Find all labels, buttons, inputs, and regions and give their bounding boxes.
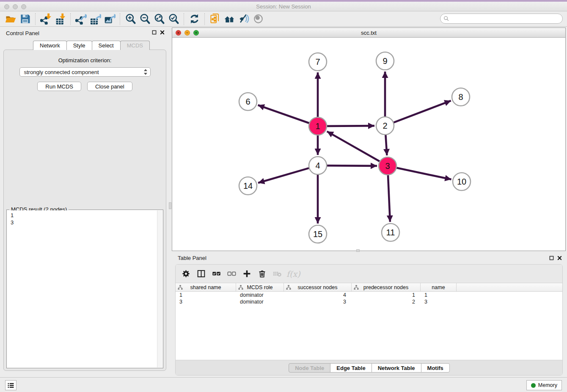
zoom-fit-button[interactable] (152, 13, 166, 25)
table-tabs: Node TableEdge TableNetwork TableMotifs (176, 360, 562, 375)
tab-motifs[interactable]: Motifs (421, 363, 450, 373)
zoom-out-button[interactable] (138, 13, 152, 25)
network-window-titlebar[interactable]: scc.txt (172, 28, 565, 38)
memory-button[interactable]: Memory (526, 380, 562, 390)
search-field[interactable] (440, 14, 563, 24)
tab-style[interactable]: Style (66, 41, 92, 50)
column-header-MCDS-role[interactable]: MCDS role (236, 283, 284, 291)
cell-MCDS-role[interactable]: dominator (236, 299, 284, 305)
cell-predecessor-nodes[interactable]: 2 (352, 299, 421, 305)
eye-button[interactable] (251, 13, 265, 25)
add-column-icon (242, 269, 251, 278)
close-panel-icon[interactable] (160, 30, 165, 35)
network-window-title: scc.txt (172, 30, 565, 36)
delete-column-button[interactable] (256, 268, 268, 280)
splitter-grip[interactable] (169, 202, 171, 209)
network-canvas[interactable]: 7968124314101511 (172, 38, 565, 251)
graph-edge-2-8[interactable] (394, 101, 451, 123)
zoom-selected-icon (168, 13, 179, 25)
graph-edge-4-14[interactable] (258, 168, 309, 183)
cell-name[interactable]: 3 (421, 299, 457, 305)
close-panel-button[interactable]: Close panel (87, 82, 132, 91)
export-table-button[interactable] (88, 13, 102, 25)
import-network-button[interactable] (39, 13, 53, 25)
graph-edge-1-6[interactable] (258, 105, 310, 123)
cell-name[interactable]: 1 (421, 292, 457, 298)
graph-edge-2-3[interactable] (385, 135, 387, 155)
horizontal-splitter-grip[interactable] (356, 249, 360, 252)
graph-edge-1-2[interactable] (327, 126, 374, 126)
column-header-successor-nodes[interactable]: successor nodes (284, 283, 352, 291)
zoom-fit-icon (154, 13, 165, 25)
tab-select[interactable]: Select (92, 41, 121, 50)
graph-edge-4-3[interactable] (327, 166, 377, 166)
close-table-panel-icon[interactable] (557, 256, 562, 260)
optimization-criterion-dropdown[interactable]: strongly connected component (19, 67, 151, 77)
tab-node-table[interactable]: Node Table (289, 363, 330, 373)
cell-shared-name[interactable]: 3 (176, 299, 236, 305)
table-row[interactable]: 1dominator411 (176, 292, 562, 298)
eye-icon (253, 13, 264, 25)
clone-network-button[interactable] (208, 13, 222, 25)
zoom-in-button[interactable] (123, 13, 138, 25)
dropdown-stepper-icon (143, 69, 148, 75)
task-history-button[interactable] (5, 380, 17, 390)
save-icon (19, 13, 31, 25)
select-all-button[interactable] (210, 268, 222, 280)
deselect-all-button[interactable] (226, 268, 237, 280)
hierarchy-icon (354, 285, 359, 290)
toolbar-separator (204, 13, 205, 25)
cell-predecessor-nodes[interactable]: 1 (352, 292, 421, 298)
columns-button[interactable] (195, 268, 207, 280)
function-builder-button: f(x) (286, 268, 300, 280)
search-input[interactable] (451, 16, 562, 22)
column-header-name[interactable]: name (421, 283, 457, 291)
deselect-all-icon (227, 269, 236, 278)
mcds-result-text[interactable]: 1 3 (7, 210, 157, 367)
column-header-shared-name[interactable]: shared name (176, 283, 236, 291)
open-folder-button[interactable] (3, 13, 18, 25)
run-mcds-button[interactable]: Run MCDS (37, 82, 81, 91)
vertical-splitter[interactable] (168, 27, 172, 377)
mcds-panel: Optimization criterion: strongly connect… (3, 50, 166, 371)
save-button[interactable] (18, 13, 32, 25)
gear-button[interactable] (180, 268, 192, 280)
export-image-button[interactable] (102, 13, 117, 25)
refresh-button[interactable] (187, 13, 201, 25)
zoom-selected-button[interactable] (166, 13, 181, 25)
graph-node-label-10: 10 (457, 177, 466, 186)
graph-node-label-14: 14 (243, 181, 253, 190)
graph-node-label-15: 15 (313, 229, 322, 239)
graph-node-label-1: 1 (315, 121, 320, 131)
cell-MCDS-role[interactable]: dominator (236, 292, 284, 298)
tab-mcds[interactable]: MCDS (120, 41, 150, 50)
zoom-out-icon (139, 13, 151, 25)
tab-edge-table[interactable]: Edge Table (330, 363, 372, 373)
import-table-icon (55, 13, 66, 25)
level-button[interactable] (237, 13, 251, 25)
cell-successor-nodes[interactable]: 3 (284, 299, 352, 305)
result-scrollbar[interactable] (157, 210, 162, 367)
refresh-icon (189, 13, 200, 25)
float-panel-icon[interactable] (152, 30, 157, 35)
tab-network-table[interactable]: Network Table (372, 363, 421, 373)
import-table-button[interactable] (53, 13, 67, 25)
export-network-button[interactable] (74, 13, 88, 25)
add-column-button[interactable] (241, 268, 253, 280)
function-builder-icon: f(x) (286, 269, 300, 279)
table-panel: Table Panel f(x) shared nameMCDS rolesuc… (172, 252, 567, 377)
graph-edge-3-1[interactable] (327, 131, 380, 161)
cell-successor-nodes[interactable]: 4 (284, 292, 352, 298)
toolbar-separator (35, 13, 36, 25)
cell-shared-name[interactable]: 1 (176, 292, 236, 298)
home-button[interactable] (222, 13, 237, 25)
memory-status-icon (531, 383, 536, 388)
tab-network[interactable]: Network (33, 41, 67, 50)
export-table-icon (90, 13, 101, 25)
float-table-panel-icon[interactable] (549, 256, 554, 260)
graph-edge-3-10[interactable] (396, 168, 451, 179)
graph-edge-3-11[interactable] (388, 175, 390, 222)
table-row[interactable]: 3dominator323 (176, 298, 562, 305)
table-header-row: shared nameMCDS rolesuccessor nodesprede… (176, 283, 562, 292)
column-header-predecessor-nodes[interactable]: predecessor nodes (352, 283, 421, 291)
